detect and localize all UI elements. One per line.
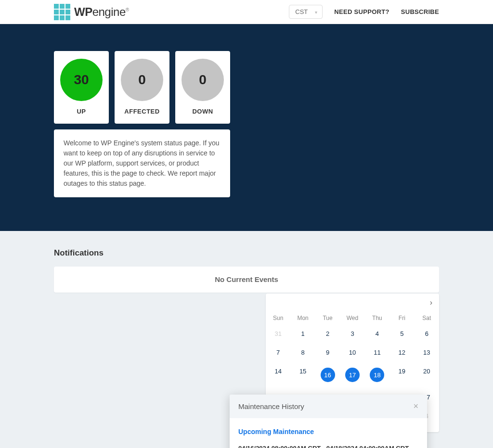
calendar-day[interactable]: 13: [415, 343, 439, 362]
welcome-text: Welcome to WP Engine's system status pag…: [64, 138, 221, 189]
calendar-day[interactable]: 17: [340, 362, 364, 388]
calendar-day[interactable]: 4: [365, 324, 389, 343]
dow-label: Sun: [266, 312, 290, 324]
calendar-day[interactable]: 11: [365, 343, 389, 362]
calendar-day[interactable]: 19: [389, 362, 414, 388]
dow-label: Fri: [389, 312, 414, 324]
timezone-select[interactable]: CST: [289, 5, 323, 19]
calendar-day[interactable]: 15: [290, 362, 315, 388]
close-icon[interactable]: ×: [413, 401, 418, 411]
subscribe-link[interactable]: SUBSCRIBE: [401, 8, 439, 15]
calendar-day[interactable]: 16: [315, 362, 340, 388]
dow-label: Thu: [365, 312, 389, 324]
logo-text: WPengine®: [74, 5, 129, 19]
need-support-link[interactable]: NEED SUPPORT?: [334, 8, 389, 15]
calendar-day[interactable]: 6: [415, 324, 439, 343]
stat-affected-card: 0 AFFECTED: [115, 51, 169, 124]
logo[interactable]: WPengine®: [54, 4, 129, 20]
hero-section: 30 UP 0 AFFECTED 0 DOWN Welcome to WP En…: [0, 24, 493, 231]
calendar-day[interactable]: 1: [290, 324, 315, 343]
notifications-section: Notifications No Current Events › SunMon…: [0, 231, 493, 448]
calendar-day[interactable]: 3: [340, 324, 364, 343]
calendar-day[interactable]: 31: [266, 324, 290, 343]
dow-label: Sat: [415, 312, 439, 324]
calendar-day[interactable]: 2: [315, 324, 340, 343]
calendar-day[interactable]: 18: [365, 362, 389, 388]
maintenance-history-popover: Maintenance History × Upcoming Maintenan…: [230, 395, 427, 448]
notifications-title: Notifications: [54, 248, 439, 258]
calendar-day[interactable]: 14: [266, 362, 290, 388]
dow-label: Wed: [340, 312, 364, 324]
no-events-text: No Current Events: [215, 275, 278, 283]
popover-title: Maintenance History: [238, 402, 304, 410]
dow-label: Mon: [290, 312, 315, 324]
up-count: 30: [60, 59, 103, 101]
calendar-day[interactable]: 9: [315, 343, 340, 362]
current-events-bar: No Current Events: [54, 267, 439, 293]
calendar-day[interactable]: 20: [415, 362, 439, 388]
calendar-day[interactable]: 12: [389, 343, 414, 362]
calendar-day[interactable]: 8: [290, 343, 315, 362]
wpengine-logo-icon: [54, 4, 70, 20]
topbar: WPengine® CST NEED SUPPORT? SUBSCRIBE: [0, 0, 493, 24]
stat-down-card: 0 DOWN: [175, 51, 230, 124]
dow-label: Tue: [315, 312, 340, 324]
welcome-card: Welcome to WP Engine's system status pag…: [54, 129, 230, 197]
down-count: 0: [182, 59, 224, 101]
calendar-next-icon[interactable]: ›: [430, 298, 432, 307]
calendar-day[interactable]: 5: [389, 324, 414, 343]
calendar-day[interactable]: 10: [340, 343, 364, 362]
calendar-day[interactable]: 7: [266, 343, 290, 362]
maintenance-date-range: 04/16/2024 08:00:00AM CDT - 04/18/2024 0…: [238, 444, 418, 448]
affected-count: 0: [121, 59, 163, 101]
upcoming-maintenance-heading: Upcoming Maintenance: [238, 427, 418, 437]
stat-up-card: 30 UP: [54, 51, 109, 124]
